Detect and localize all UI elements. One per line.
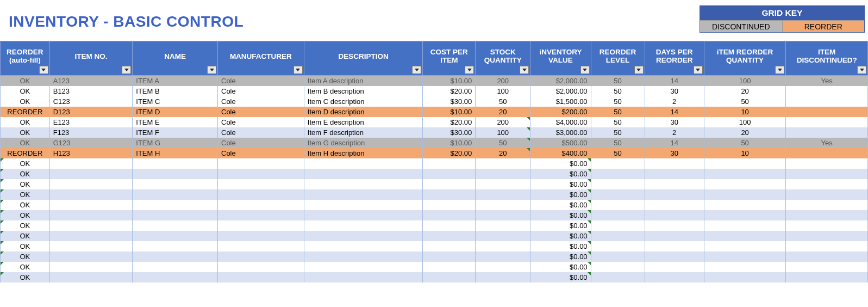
cell-value[interactable]: $0.00 [530, 210, 591, 220]
cell-name[interactable] [133, 169, 218, 179]
filter-dropdown-icon[interactable] [465, 66, 474, 74]
cell-reorder_lvl[interactable]: 50 [591, 86, 645, 96]
cell-cost[interactable] [423, 189, 476, 200]
cell-status[interactable]: OK [1, 200, 50, 210]
cell-name[interactable] [133, 241, 218, 251]
cell-name[interactable] [133, 272, 218, 283]
cell-reorder_lvl[interactable] [591, 251, 645, 262]
cell-mfr[interactable] [218, 220, 304, 231]
cell-reorder_qty[interactable] [704, 169, 786, 179]
table-row[interactable]: OKG123ITEM GColeItem G description$10.00… [1, 138, 868, 148]
cell-desc[interactable]: Item C description [304, 96, 423, 107]
cell-reorder_lvl[interactable]: 50 [591, 107, 645, 117]
cell-cost[interactable] [423, 158, 476, 169]
cell-desc[interactable] [304, 251, 423, 262]
cell-mfr[interactable] [218, 189, 304, 200]
cell-disc[interactable] [786, 169, 868, 179]
cell-qty[interactable] [476, 231, 530, 241]
cell-qty[interactable] [476, 179, 530, 189]
cell-name[interactable]: ITEM B [133, 86, 218, 96]
cell-status[interactable]: OK [1, 189, 50, 200]
cell-reorder_qty[interactable] [704, 272, 786, 283]
cell-desc[interactable] [304, 169, 423, 179]
table-row[interactable]: OKF123ITEM FColeItem F description$30.00… [1, 127, 868, 138]
cell-value[interactable]: $0.00 [530, 241, 591, 251]
cell-value[interactable]: $0.00 [530, 251, 591, 262]
cell-days[interactable]: 14 [645, 107, 704, 117]
cell-value[interactable]: $2,000.00 [530, 86, 591, 96]
cell-disc[interactable] [786, 200, 868, 210]
cell-mfr[interactable] [218, 179, 304, 189]
cell-cost[interactable]: $20.00 [423, 86, 476, 96]
cell-item_no[interactable] [49, 200, 133, 210]
cell-value[interactable]: $3,000.00 [530, 127, 591, 138]
cell-qty[interactable] [476, 262, 530, 272]
cell-cost[interactable]: $30.00 [423, 127, 476, 138]
table-row[interactable]: OK$0.00 [1, 158, 868, 169]
cell-cost[interactable]: $20.00 [423, 148, 476, 158]
cell-days[interactable] [645, 231, 704, 241]
cell-disc[interactable] [786, 272, 868, 283]
cell-reorder_lvl[interactable]: 50 [591, 138, 645, 148]
cell-status[interactable]: REORDER [1, 107, 50, 117]
cell-qty[interactable]: 100 [476, 127, 530, 138]
cell-value[interactable]: $0.00 [530, 262, 591, 272]
cell-name[interactable]: ITEM H [133, 148, 218, 158]
cell-name[interactable] [133, 210, 218, 220]
cell-item_no[interactable] [49, 158, 133, 169]
cell-qty[interactable] [476, 158, 530, 169]
cell-disc[interactable] [786, 107, 868, 117]
cell-cost[interactable] [423, 231, 476, 241]
filter-dropdown-icon[interactable] [634, 66, 644, 74]
cell-name[interactable] [133, 158, 218, 169]
cell-cost[interactable] [423, 210, 476, 220]
cell-desc[interactable]: Item E description [304, 117, 423, 127]
cell-reorder_lvl[interactable] [591, 262, 645, 272]
cell-disc[interactable] [786, 158, 868, 169]
cell-disc[interactable] [786, 262, 868, 272]
cell-mfr[interactable]: Cole [218, 107, 304, 117]
cell-item_no[interactable]: D123 [49, 107, 133, 117]
cell-qty[interactable]: 200 [476, 117, 530, 127]
cell-status[interactable]: REORDER [1, 148, 50, 158]
cell-qty[interactable] [476, 241, 530, 251]
cell-mfr[interactable]: Cole [218, 148, 304, 158]
cell-disc[interactable] [786, 127, 868, 138]
table-row[interactable]: OKC123ITEM CColeItem C description$30.00… [1, 96, 868, 107]
cell-mfr[interactable]: Cole [218, 76, 304, 87]
table-row[interactable]: OK$0.00 [1, 179, 868, 189]
cell-item_no[interactable]: G123 [49, 138, 133, 148]
cell-desc[interactable]: Item A description [304, 76, 423, 87]
cell-qty[interactable]: 50 [476, 138, 530, 148]
cell-disc[interactable] [786, 210, 868, 220]
cell-status[interactable]: OK [1, 241, 50, 251]
cell-name[interactable] [133, 179, 218, 189]
cell-status[interactable]: OK [1, 96, 50, 107]
filter-dropdown-icon[interactable] [775, 66, 784, 74]
cell-status[interactable]: OK [1, 86, 50, 96]
cell-qty[interactable] [476, 189, 530, 200]
cell-status[interactable]: OK [1, 179, 50, 189]
cell-desc[interactable] [304, 200, 423, 210]
cell-item_no[interactable]: E123 [49, 117, 133, 127]
cell-reorder_qty[interactable] [704, 262, 786, 272]
table-row[interactable]: OK$0.00 [1, 272, 868, 283]
table-row[interactable]: REORDERH123ITEM HColeItem H description$… [1, 148, 868, 158]
filter-dropdown-icon[interactable] [207, 66, 216, 74]
cell-disc[interactable] [786, 251, 868, 262]
cell-disc[interactable]: Yes [786, 138, 868, 148]
cell-mfr[interactable]: Cole [218, 86, 304, 96]
cell-mfr[interactable] [218, 210, 304, 220]
cell-value[interactable]: $0.00 [530, 179, 591, 189]
cell-qty[interactable]: 200 [476, 76, 530, 87]
cell-cost[interactable] [423, 272, 476, 283]
cell-cost[interactable] [423, 251, 476, 262]
cell-reorder_qty[interactable]: 100 [704, 76, 786, 87]
cell-reorder_qty[interactable] [704, 179, 786, 189]
cell-name[interactable] [133, 231, 218, 241]
cell-cost[interactable]: $10.00 [423, 76, 476, 87]
cell-qty[interactable]: 20 [476, 107, 530, 117]
cell-reorder_lvl[interactable] [591, 272, 645, 283]
cell-reorder_qty[interactable] [704, 200, 786, 210]
cell-name[interactable]: ITEM D [133, 107, 218, 117]
